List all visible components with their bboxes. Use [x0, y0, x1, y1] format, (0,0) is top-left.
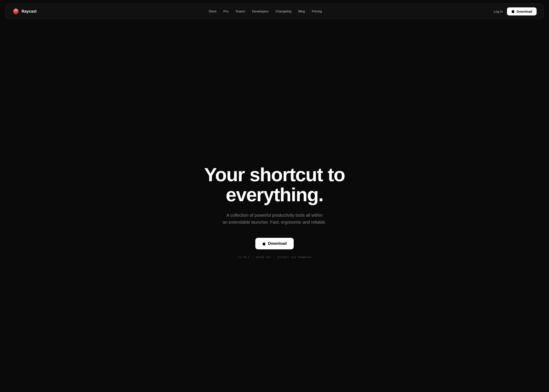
brand-name: Raycast — [21, 9, 37, 14]
nav-item-changelog[interactable]: Changelog — [276, 9, 291, 13]
homebrew-link[interactable]: Install via homebrew — [277, 255, 311, 259]
nav-link-pro[interactable]: Pro — [223, 9, 228, 13]
nav-link-pricing[interactable]: Pricing — [312, 9, 322, 13]
apple-icon — [511, 10, 515, 13]
nav-link-teams[interactable]: Teams — [235, 9, 245, 13]
nav-item-teams[interactable]: Teams — [235, 9, 245, 13]
hero-subtitle-line1: A collection of powerful productivity to… — [226, 213, 323, 217]
hero-title: Your shortcut to everything. — [187, 165, 362, 205]
nav-link-developers[interactable]: Developers — [252, 9, 269, 13]
nav-item-developers[interactable]: Developers — [252, 9, 269, 13]
separator-2: | — [273, 255, 275, 259]
nav-item-store[interactable]: Store — [209, 9, 216, 13]
hero-section: Your shortcut to everything. A collectio… — [0, 23, 549, 392]
version-info: v1.78.1 | macOS 12+ | Install via homebr… — [238, 255, 311, 259]
nav-link-blog[interactable]: Blog — [298, 9, 305, 13]
hero-subtitle: A collection of powerful productivity to… — [223, 212, 326, 226]
nav-link-store[interactable]: Store — [209, 9, 216, 13]
nav-links: Store Pro Teams Developers Changelog Blo… — [209, 9, 322, 13]
nav-item-blog[interactable]: Blog — [298, 9, 305, 13]
nav-download-button[interactable]: Download — [507, 7, 537, 15]
hero-subtitle-line2: an extendable launcher. Fast, ergonomic … — [223, 220, 326, 224]
navbar: Raycast Store Pro Teams Developers Chang… — [5, 3, 544, 19]
hero-download-label: Download — [268, 241, 287, 246]
version-number: v1.78.1 — [238, 255, 250, 259]
login-link[interactable]: Log in — [494, 10, 503, 13]
macos-requirement: macOS 12+ — [256, 255, 271, 259]
separator-1: | — [252, 255, 253, 259]
hero-download-button[interactable]: Download — [255, 238, 294, 249]
nav-item-pro[interactable]: Pro — [223, 9, 228, 13]
apple-icon-hero — [262, 242, 266, 245]
nav-link-changelog[interactable]: Changelog — [276, 9, 291, 13]
nav-item-pricing[interactable]: Pricing — [312, 9, 322, 13]
nav-download-label: Download — [517, 10, 532, 13]
raycast-logo-icon — [12, 8, 19, 15]
brand: Raycast — [12, 8, 37, 15]
nav-actions: Log in Download — [494, 7, 537, 15]
